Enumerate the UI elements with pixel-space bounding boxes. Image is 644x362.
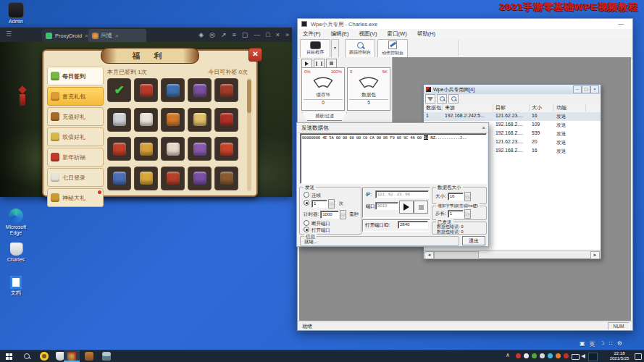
- close-icon[interactable]: ×: [276, 28, 280, 42]
- ime-state-icon[interactable]: ▣: [580, 340, 585, 348]
- horizontal-scrollbar[interactable]: ◄ ►: [424, 250, 601, 258]
- trace-tab[interactable]: 捕获/过滤: [302, 112, 347, 121]
- tray-expand-icon[interactable]: ∧: [506, 352, 510, 358]
- reward-cell[interactable]: [214, 137, 238, 161]
- reward-cell[interactable]: [161, 78, 185, 102]
- open-port-field[interactable]: 2840: [398, 221, 428, 229]
- col-packet[interactable]: 数据包: [424, 104, 443, 111]
- target-dropdown-button[interactable]: ▾: [331, 39, 339, 58]
- desktop-icon-edge[interactable]: Microsoft Edge: [0, 209, 32, 236]
- maximize-icon[interactable]: □: [266, 28, 269, 42]
- radio-open-port[interactable]: 打开端口: [304, 227, 330, 234]
- menu-item-daily-signin[interactable]: 每日签到: [47, 67, 104, 85]
- collapse-icon[interactable]: »: [285, 28, 289, 42]
- reward-cell[interactable]: [214, 167, 238, 190]
- times-input[interactable]: 1: [311, 200, 327, 208]
- reward-cell[interactable]: [134, 167, 158, 190]
- menu-list-icon[interactable]: ≡: [233, 28, 236, 42]
- taskbar-app-wpe[interactable]: [81, 350, 97, 362]
- reward-cell[interactable]: [161, 167, 185, 190]
- start-button[interactable]: [6, 353, 12, 360]
- ime-moon-icon[interactable]: ☽: [600, 340, 605, 348]
- reward-cell[interactable]: [161, 137, 185, 161]
- tray-icon-5[interactable]: [556, 353, 561, 358]
- send-play-button[interactable]: [399, 201, 414, 214]
- tray-icon-2[interactable]: [524, 353, 529, 358]
- tray-icon-6[interactable]: [564, 353, 569, 358]
- radio-continuous[interactable]: 连续: [304, 192, 321, 199]
- wpe-titlebar[interactable]: Wpe小兵专用 - Charles.exe —: [298, 19, 632, 29]
- dialog-close-icon[interactable]: ×: [482, 125, 485, 131]
- radio-times[interactable]: 1 次: [304, 199, 343, 209]
- menu-icon[interactable]: ☰: [6, 30, 12, 38]
- send-stop-button[interactable]: [414, 201, 428, 214]
- emulator-titlebar[interactable]: ☰ ProxyDroid × 问道 × ◈ ◎ ↗ ≡ ▢ — □ × »: [0, 28, 292, 42]
- reward-cell[interactable]: [188, 78, 212, 102]
- taskbar-app-emulator[interactable]: [36, 350, 52, 362]
- times-spinner[interactable]: [328, 199, 335, 209]
- reward-cell[interactable]: [134, 78, 158, 102]
- tab-game[interactable]: 问道 ×: [88, 29, 146, 42]
- reward-cell[interactable]: [188, 167, 212, 190]
- taskbar-search-icon[interactable]: [24, 353, 30, 359]
- child-close-icon[interactable]: ×: [590, 85, 599, 93]
- menu-help[interactable]: 帮助(H): [412, 30, 440, 38]
- menu-window[interactable]: 窗口(W): [382, 30, 412, 38]
- tray-icon-4[interactable]: [540, 353, 545, 358]
- reward-cell[interactable]: [214, 108, 238, 132]
- packet-row[interactable]: 1 192.168.2.242:5... 121.62.23.... 16 发送: [424, 112, 601, 121]
- minimize-icon[interactable]: —: [618, 20, 624, 27]
- step-input[interactable]: 1: [448, 210, 464, 218]
- ime-more-icon[interactable]: ∷: [609, 340, 613, 348]
- reward-cell[interactable]: [134, 137, 158, 161]
- record-icon[interactable]: ◎: [209, 28, 215, 42]
- menu-item-newyear-blessing[interactable]: 新年祈福: [47, 148, 104, 167]
- menu-item-first-charge[interactable]: 首充礼包: [47, 87, 104, 106]
- menu-item-double-gift[interactable]: 双倍好礼: [47, 127, 104, 146]
- size-spinner[interactable]: [464, 192, 471, 201]
- dialog-titlebar[interactable]: 发送数据包 ×: [297, 123, 488, 133]
- reward-cell[interactable]: [188, 137, 212, 161]
- tray-icon-3[interactable]: [532, 353, 537, 358]
- tray-icon-1[interactable]: [516, 353, 521, 358]
- tray-ime-icon[interactable]: [588, 353, 598, 361]
- reward-cell[interactable]: [161, 108, 185, 132]
- exit-button[interactable]: 退出: [462, 236, 485, 245]
- ip-field[interactable]: 121 . 62 . 23 . 96: [375, 190, 429, 198]
- menu-file[interactable]: 文件(F): [298, 30, 326, 38]
- col-source[interactable]: 来源: [443, 104, 493, 111]
- filter-icon[interactable]: [425, 94, 435, 104]
- reward-cell-claimed[interactable]: ✔: [107, 78, 131, 102]
- scroll-left-icon[interactable]: ◄: [425, 251, 434, 259]
- taskbar-clock[interactable]: 22:18 2021/5/25: [605, 351, 634, 361]
- action-console-button[interactable]: 动作控制台: [377, 39, 408, 58]
- reward-cell[interactable]: [188, 108, 212, 132]
- gamepad-icon[interactable]: ◈: [198, 28, 204, 42]
- timer-input[interactable]: 1000: [320, 211, 339, 219]
- child-maximize-icon[interactable]: ▢: [582, 85, 590, 93]
- tray-speaker-icon[interactable]: [581, 354, 585, 358]
- taskbar-app-window[interactable]: [99, 350, 114, 362]
- menu-edit[interactable]: 编辑(E): [326, 30, 354, 38]
- desktop-icon-charles[interactable]: Charles: [0, 243, 32, 263]
- reward-cell[interactable]: [214, 78, 238, 102]
- col-target[interactable]: 目标: [493, 104, 530, 111]
- child-minimize-icon[interactable]: –: [573, 85, 582, 93]
- timer-spinner[interactable]: [340, 210, 346, 219]
- minimize-icon[interactable]: —: [254, 28, 260, 42]
- menu-view[interactable]: 视图(V): [354, 30, 382, 38]
- action-center-icon[interactable]: [635, 353, 642, 360]
- ime-settings-icon[interactable]: ⚙: [617, 340, 622, 348]
- reward-cell[interactable]: [107, 167, 131, 190]
- trace-console-button[interactable]: 跟踪控制台: [345, 39, 375, 58]
- hex-editor[interactable]: 00000000 4E 5A 00 00 00 00 C0 CA 00 06 F…: [300, 133, 487, 184]
- menu-item-seven-day-login[interactable]: 七日登录: [47, 168, 104, 187]
- desktop-icon-admin[interactable]: Admin: [0, 3, 32, 25]
- ime-language-icon[interactable]: 英: [590, 340, 595, 348]
- port-field[interactable]: 9010: [375, 202, 398, 210]
- panel-close-button[interactable]: ✕: [248, 48, 262, 62]
- reward-cell[interactable]: [107, 137, 131, 161]
- search-next-icon[interactable]: [448, 94, 459, 104]
- col-size[interactable]: 大小: [530, 104, 554, 111]
- child-titlebar[interactable]: Wpe小兵专用网[4] – ▢ ×: [424, 85, 601, 94]
